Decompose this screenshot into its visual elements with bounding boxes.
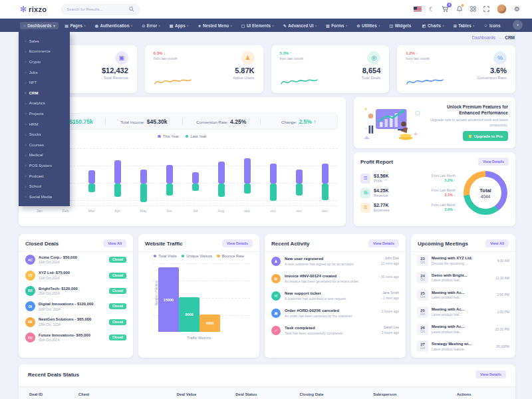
deal-row[interactable]: BR BrightTech- $120,000 25th Oct,2024 Cl… <box>19 283 133 299</box>
table-column-header: Client <box>70 392 169 396</box>
view-details-button[interactable]: View Details <box>368 239 399 247</box>
view-details-button[interactable]: View Details <box>478 158 509 166</box>
deal-row[interactable]: AC Acme Corp.- $50,000 12th Oct,2024 Clo… <box>19 252 133 267</box>
upgrade-to-pro-button[interactable]: ♛ Upgrade to Pro <box>463 131 508 141</box>
legend-item[interactable]: Total Visits <box>154 254 177 258</box>
nav-item[interactable]: ⊞ Tables › <box>450 22 478 29</box>
dark-mode-icon[interactable]: ☾ <box>429 6 434 13</box>
activity-icon: ▣ <box>271 309 281 318</box>
nav-item[interactable]: ◩ Charts › <box>419 22 448 29</box>
nav-item[interactable]: ▢ UI Elements › <box>238 22 277 29</box>
view-details-button[interactable]: View Details <box>475 370 506 378</box>
deal-status-badge: Closed <box>109 319 126 325</box>
nav-item[interactable]: ◫ Widgets <box>386 22 416 29</box>
deal-row[interactable]: XY XYZ Ltd- $75,000 12th Oct,2024 Closed <box>19 267 133 283</box>
summary-value: 4.25% <box>230 118 246 125</box>
dropdown-menu-item[interactable]: Social Media <box>19 192 70 202</box>
traffic-bar: 4000 <box>200 315 220 332</box>
dropdown-menu-item[interactable]: HRM <box>19 119 70 130</box>
dropdown-menu-item[interactable]: Projects <box>19 108 70 119</box>
dropdown-item-label: Podcast <box>29 174 44 178</box>
rixzo-logo[interactable]: ✻ rixzo <box>20 5 47 14</box>
legend-item[interactable]: Bounce Rate <box>217 254 244 258</box>
view-all-button[interactable]: View All <box>103 239 126 247</box>
notifications-bell-icon[interactable] <box>456 5 463 13</box>
meeting-row[interactable]: 24 Oct Demo with Bright... Latest produc… <box>411 269 515 287</box>
nav-scroll-right-button[interactable]: › <box>513 20 523 30</box>
header-actions: ☾ 4 <box>414 4 520 14</box>
cart-icon[interactable]: 4 <box>442 5 449 13</box>
legend-item[interactable]: This Year <box>158 134 179 138</box>
nav-item[interactable]: ⚙ Utilities › <box>353 22 383 29</box>
dropdown-menu-item[interactable]: School <box>19 181 70 192</box>
nav-item[interactable]: ◉ Authentication › <box>92 22 136 29</box>
meeting-month: Oct <box>420 330 425 333</box>
deal-row[interactable]: FU Future Innovations- $65,000 30th Oct,… <box>19 330 133 345</box>
month-tick-label: Mar <box>78 206 104 213</box>
meeting-row[interactable]: 23 Oct Meeting with XYZ Ltd. Discuss the… <box>411 252 515 269</box>
sales-bar-column <box>130 142 156 205</box>
nav-item[interactable]: ▤ Pages › <box>61 22 88 29</box>
traffic-legend: Total Visits Unique Visitors Bounce Rate <box>138 254 259 258</box>
dropdown-menu-item[interactable]: Ecommerce <box>19 47 70 57</box>
meeting-row[interactable]: 25 Oct Meeting with Ac... Latest product… <box>411 287 515 304</box>
activity-description: A new customer has signed up for an acco… <box>285 262 354 266</box>
chevron-icon: › <box>346 23 347 27</box>
activity-title: Order #ORD-00256 canceled <box>285 308 353 313</box>
profit-label: Expenses <box>374 208 390 212</box>
nav-item[interactable]: ▦ Apps › <box>166 22 192 29</box>
meeting-month: Oct <box>420 295 425 299</box>
nav-item-icon: ▦ <box>170 23 174 28</box>
nav-item[interactable]: ▥ Forms › <box>323 22 350 29</box>
dropdown-menu-item[interactable]: NFT <box>19 77 70 88</box>
meeting-time: 11:30 AM <box>495 276 509 280</box>
legend-item[interactable]: Last Year <box>186 134 207 138</box>
profit-report-card: Profit Report View Details ☰ $3.56K Prof… <box>354 152 515 226</box>
view-all-button[interactable]: View All <box>485 239 509 247</box>
nav-item[interactable]: ⊙ Error › <box>138 22 163 29</box>
legend-item[interactable]: Unique Visitors <box>182 254 212 258</box>
breadcrumb-section[interactable]: Dashboards <box>472 35 495 40</box>
this-year-bar <box>322 164 329 184</box>
dropdown-menu-item[interactable]: Sales <box>19 36 70 47</box>
meeting-row[interactable]: 25 Oct Meeting with Ac... Latest product… <box>411 303 515 321</box>
nav-item[interactable]: ⌂ Dashboards ▾ <box>20 22 59 29</box>
nav-item[interactable]: ∗ Nested Menu › <box>194 22 235 29</box>
view-details-button[interactable]: View Details <box>222 239 253 247</box>
activity-row: ♟ New user registered A new customer has… <box>265 252 406 269</box>
activity-icon: ✉ <box>271 291 281 301</box>
dropdown-menu-item[interactable]: POS System <box>19 160 70 171</box>
nav-item[interactable]: ☺ Icons <box>480 22 505 29</box>
stat-label: Conversion Ratio <box>477 76 507 80</box>
dropdown-menu-item[interactable]: Courses <box>19 140 70 150</box>
meeting-row[interactable]: 27 Oct Strategy Meeting wi... Latest pro… <box>411 338 515 355</box>
stat-change: 0.3% ↓ <box>154 51 192 55</box>
dropdown-menu-item[interactable]: Podcast <box>19 171 70 182</box>
dropdown-menu-item[interactable]: Jobs <box>19 67 70 78</box>
activity-description: Task has been successfully completed. <box>285 331 343 335</box>
deal-row[interactable]: NE NextGen Solutions - $65,000 19th Oct,… <box>19 315 133 330</box>
month-tick-label: nov <box>286 206 312 213</box>
meeting-title: Demo with Bright... <box>432 273 492 277</box>
meeting-row[interactable]: 26 Oct Meeting with Ac... Latest product… <box>411 321 515 338</box>
card-title: Profit Report <box>360 159 393 165</box>
dropdown-menu-item[interactable]: Analytics <box>19 98 70 109</box>
language-flag-icon[interactable] <box>414 7 422 12</box>
search-input[interactable] <box>66 7 129 11</box>
nav-item[interactable]: ✎ Advanced UI › <box>280 22 320 29</box>
profit-row: ☰ $2.77K Expenses From Last Month 2.6% ↑ <box>360 203 462 213</box>
user-avatar[interactable] <box>497 4 507 14</box>
stat-icon: ▣ <box>115 51 128 65</box>
dropdown-menu-item[interactable]: Stocks <box>19 129 70 140</box>
deal-date: 25th Oct,2024 <box>39 291 78 295</box>
dropdown-menu-item[interactable]: CRM <box>19 88 70 98</box>
meeting-description: Discuss the upcoming ... <box>432 261 494 265</box>
nav-item-label: Nested Menu <box>203 23 229 28</box>
fullscreen-icon[interactable] <box>483 6 489 12</box>
settings-gear-icon[interactable]: ⚙ <box>514 5 520 13</box>
deal-row[interactable]: DI Digital Innovations - $120,000 20th O… <box>19 299 133 314</box>
dropdown-menu-item[interactable]: Medical <box>19 150 70 161</box>
apps-grid-icon[interactable] <box>470 6 476 12</box>
dropdown-menu-item[interactable]: Crypto <box>19 57 70 67</box>
deal-date: 12th Oct,2024 <box>39 276 70 280</box>
